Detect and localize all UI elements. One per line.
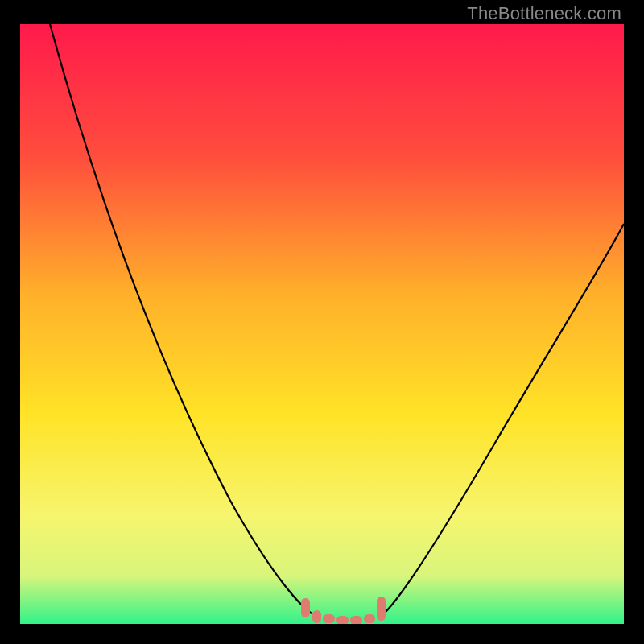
gradient-background [20, 24, 624, 624]
svg-rect-6 [377, 597, 386, 621]
svg-rect-4 [350, 616, 362, 624]
svg-rect-3 [336, 616, 349, 624]
watermark-text: TheBottleneck.com [467, 3, 621, 24]
svg-rect-1 [312, 610, 321, 623]
svg-rect-0 [301, 598, 310, 617]
svg-rect-5 [364, 614, 375, 623]
chart-frame: TheBottleneck.com [0, 0, 644, 644]
svg-rect-2 [323, 614, 335, 623]
bottleneck-chart [20, 24, 624, 624]
